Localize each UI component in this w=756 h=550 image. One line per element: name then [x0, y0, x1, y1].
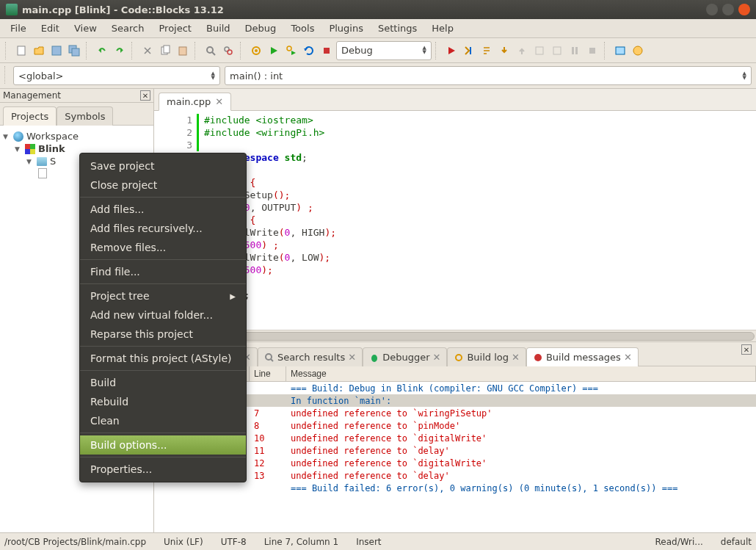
break-icon[interactable] [567, 43, 583, 59]
scope-bar: <global> ▲▼ main() : int ▲▼ [0, 63, 756, 89]
menu-tools[interactable]: Tools [283, 21, 321, 36]
new-file-icon[interactable] [13, 43, 29, 59]
menu-separator [80, 457, 246, 457]
step-out-icon[interactable] [514, 43, 530, 59]
col-line-header[interactable]: Line [250, 366, 286, 381]
menu-item-close-project[interactable]: Close project [80, 176, 246, 195]
cut-icon[interactable] [139, 43, 156, 59]
replace-icon[interactable] [220, 43, 236, 59]
menu-plugins[interactable]: Plugins [321, 21, 371, 36]
debug-start-icon[interactable] [443, 43, 459, 59]
svg-line-32 [271, 359, 273, 361]
rebuild-icon[interactable] [301, 43, 317, 59]
run-to-cursor-icon[interactable] [461, 43, 477, 59]
menu-separator [80, 283, 246, 284]
editor-tab-main[interactable]: main.cpp ✕ [159, 93, 231, 111]
tab-projects[interactable]: Projects [3, 106, 57, 126]
menu-edit[interactable]: Edit [34, 21, 67, 36]
info-icon[interactable] [630, 43, 646, 59]
save-all-icon[interactable] [66, 43, 82, 59]
menu-item-find-file[interactable]: Find file... [80, 262, 246, 281]
menu-item-properties[interactable]: Properties... [80, 460, 246, 479]
close-tab-icon[interactable]: ✕ [624, 352, 632, 363]
run-icon[interactable] [266, 43, 282, 59]
status-encoding: UTF-8 [221, 537, 247, 547]
step-instr-icon[interactable] [549, 43, 565, 59]
menu-item-build-options[interactable]: Build options... [80, 435, 246, 455]
tab-build-messages[interactable]: Build messages✕ [526, 347, 639, 366]
folder-icon [37, 157, 47, 166]
open-icon[interactable] [31, 43, 47, 59]
maximize-button[interactable] [722, 4, 734, 15]
close-tab-icon[interactable]: ✕ [433, 352, 441, 363]
tree-toggle-icon[interactable]: ▼ [15, 145, 22, 153]
build-target-combo[interactable]: Debug ▲▼ [336, 41, 432, 60]
stop-debug-icon[interactable] [584, 43, 600, 59]
menu-view[interactable]: View [67, 21, 104, 36]
menu-search[interactable]: Search [104, 21, 152, 36]
scope-grip[interactable] [4, 66, 9, 84]
close-tab-icon[interactable]: ✕ [512, 352, 520, 363]
toolbar-sep [604, 42, 608, 59]
menu-help[interactable]: Help [424, 21, 461, 36]
menu-item-build[interactable]: Build [80, 373, 246, 392]
svg-rect-24 [30, 144, 35, 149]
project-label: Blink [38, 143, 65, 154]
abort-icon[interactable] [319, 43, 335, 59]
find-icon[interactable] [203, 43, 219, 59]
project-context-menu[interactable]: Save projectClose projectAdd files...Add… [79, 153, 247, 482]
gear-icon [454, 352, 464, 363]
tab-debugger[interactable]: Debugger✕ [363, 347, 447, 366]
menu-item-add-files[interactable]: Add files... [80, 200, 246, 219]
col-msg-header[interactable]: Message [286, 366, 756, 381]
toolbar-grip[interactable] [5, 42, 10, 59]
menu-item-save-project[interactable]: Save project [80, 156, 246, 176]
menu-item-reparse-this-project[interactable]: Reparse this project [80, 325, 246, 344]
tree-toggle-icon[interactable]: ▼ [26, 158, 34, 165]
build-run-icon[interactable] [283, 43, 299, 59]
close-tab-icon[interactable]: ✕ [215, 96, 223, 107]
svg-rect-3 [72, 48, 79, 56]
svg-rect-16 [536, 47, 543, 54]
scope-class-combo[interactable]: <global> ▲▼ [13, 66, 220, 85]
next-instr-icon[interactable] [531, 43, 548, 59]
menu-item-project-tree[interactable]: Project tree▶ [80, 286, 246, 305]
menu-item-remove-files[interactable]: Remove files... [80, 238, 246, 257]
menu-debug[interactable]: Debug [238, 21, 284, 36]
menu-build[interactable]: Build [199, 21, 238, 36]
titlebar: main.cpp [Blink] - Code::Blocks 13.12 [0, 0, 756, 19]
menu-item-clean[interactable]: Clean [80, 411, 246, 430]
menu-item-add-new-virtual-folder[interactable]: Add new virtual folder... [80, 305, 246, 325]
workspace-label: Workspace [26, 131, 79, 142]
window-title: main.cpp [Blink] - Code::Blocks 13.12 [22, 4, 702, 15]
paste-icon[interactable] [175, 43, 191, 59]
next-line-icon[interactable] [479, 43, 495, 59]
menu-item-add-files-recursively[interactable]: Add files recursively... [80, 219, 246, 238]
redo-icon[interactable] [112, 43, 128, 59]
build-icon[interactable] [248, 43, 264, 59]
code-content[interactable]: #include <iostream> #include <wiringPi.h… [201, 111, 756, 330]
menu-item-format-this-project-astyle[interactable]: Format this project (AStyle) [80, 349, 246, 368]
scope-function-combo[interactable]: main() : int ▲▼ [225, 66, 752, 85]
minimize-button[interactable] [706, 4, 718, 15]
close-panel-icon[interactable]: ✕ [741, 344, 752, 355]
step-into-icon[interactable] [496, 43, 512, 59]
save-icon[interactable] [48, 43, 65, 59]
svg-point-12 [255, 49, 258, 52]
tab-search-results[interactable]: Search results✕ [258, 347, 363, 366]
tab-symbols[interactable]: Symbols [57, 106, 113, 126]
tab-build-log[interactable]: Build log✕ [447, 347, 526, 366]
menu-file[interactable]: File [3, 21, 34, 36]
copy-icon[interactable] [157, 43, 173, 59]
close-panel-icon[interactable]: ✕ [140, 90, 150, 101]
menu-project[interactable]: Project [151, 21, 198, 36]
undo-icon[interactable] [94, 43, 110, 59]
tree-toggle-icon[interactable]: ▼ [3, 133, 10, 140]
close-window-button[interactable] [738, 4, 750, 15]
menu-settings[interactable]: Settings [371, 21, 424, 36]
debug-windows-icon[interactable] [612, 43, 628, 59]
menu-item-rebuild[interactable]: Rebuild [80, 392, 246, 411]
message-row[interactable]: === Build failed: 6 error(s), 0 warning(… [154, 482, 756, 494]
close-tab-icon[interactable]: ✕ [348, 352, 356, 363]
tree-workspace[interactable]: ▼ Workspace [3, 130, 150, 142]
